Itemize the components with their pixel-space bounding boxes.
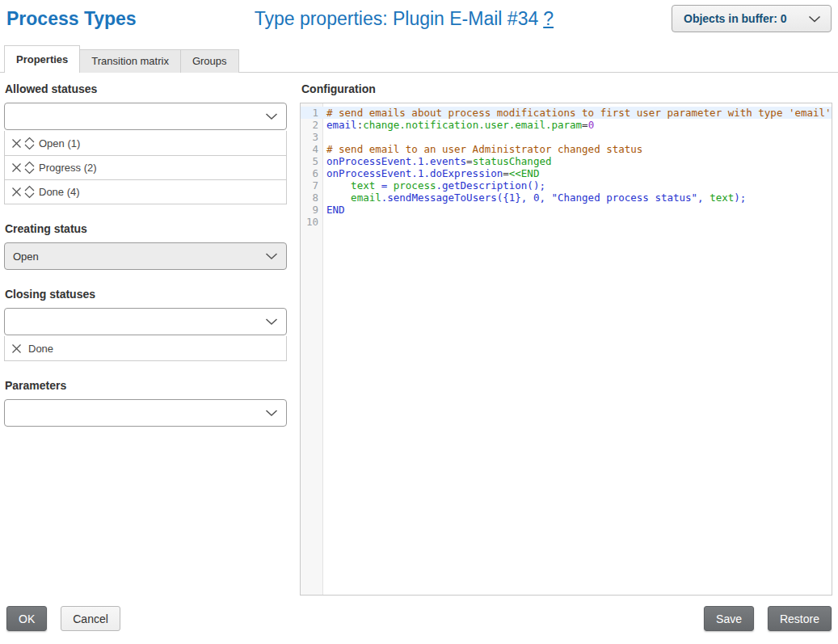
- code-line-text: [323, 131, 832, 143]
- closing-statuses-list: Done: [4, 336, 287, 361]
- remove-icon[interactable]: [11, 187, 22, 197]
- allowed-statuses-label: Allowed statuses: [5, 82, 287, 95]
- help-link[interactable]: ?: [543, 8, 554, 29]
- line-number: 9: [301, 204, 323, 216]
- code-lines: 1# send emails about process modificatio…: [301, 103, 832, 228]
- footer: OK Cancel Save Restore: [0, 596, 838, 631]
- chevron-down-icon: [265, 253, 278, 260]
- page-title: Process Types: [6, 5, 137, 30]
- objects-in-buffer-dropdown[interactable]: Objects in buffer: 0: [672, 5, 832, 32]
- code-line-text: text = process.getDescription();: [323, 179, 832, 192]
- line-number: 8: [301, 192, 323, 204]
- right-panel: Configuration 1# send emails about proce…: [300, 82, 832, 596]
- status-list-item[interactable]: Progress (2): [5, 155, 286, 179]
- dialog-title-text: Type properties: Plugin E-Mail #34: [255, 8, 539, 29]
- code-line-text: onProcessEvent.1.events=statusChanged: [323, 155, 832, 167]
- code-line-text: END: [323, 204, 832, 216]
- code-line: 4# send email to an user Administrator c…: [301, 143, 832, 155]
- code-line-text: onProcessEvent.1.doExpression=<<END: [323, 167, 832, 179]
- save-button[interactable]: Save: [704, 606, 754, 631]
- status-item-label: Done (4): [39, 186, 80, 198]
- line-number: 6: [301, 167, 323, 179]
- creating-status-label: Creating status: [5, 222, 287, 235]
- restore-button[interactable]: Restore: [768, 606, 832, 631]
- remove-icon[interactable]: [11, 343, 22, 354]
- creating-status-section: Creating status Open: [4, 222, 287, 270]
- closing-statuses-label: Closing statuses: [5, 288, 287, 301]
- parameters-label: Parameters: [5, 379, 287, 392]
- footer-right-buttons: Save Restore: [704, 606, 832, 631]
- configuration-code-editor[interactable]: 1# send emails about process modificatio…: [300, 103, 832, 596]
- chevron-down-icon: [265, 410, 278, 417]
- code-line-text: email.sendMessageToUsers({1}, 0, "Change…: [323, 192, 832, 204]
- parameters-select[interactable]: [4, 399, 287, 427]
- code-line: 3: [301, 131, 832, 143]
- parameters-section: Parameters: [4, 379, 287, 427]
- tab-groups[interactable]: Groups: [181, 49, 239, 73]
- objects-in-buffer-label: Objects in buffer: 0: [684, 12, 787, 25]
- header: Process Types Type properties: Plugin E-…: [0, 0, 838, 42]
- code-line: 1# send emails about process modificatio…: [301, 107, 832, 119]
- line-number: 3: [301, 131, 323, 143]
- remove-icon[interactable]: [11, 138, 22, 149]
- code-line: 7 text = process.getDescription();: [301, 179, 832, 192]
- status-list-item[interactable]: Done: [5, 336, 286, 360]
- tab-transition-matrix[interactable]: Transition matrix: [80, 49, 181, 73]
- line-number: 5: [301, 155, 323, 167]
- line-number: 10: [301, 216, 323, 228]
- chevron-down-icon: [808, 15, 821, 23]
- line-number: 7: [301, 179, 323, 192]
- footer-left-buttons: OK Cancel: [6, 606, 120, 631]
- sort-handle-icon[interactable]: [23, 161, 36, 175]
- allowed-statuses-select[interactable]: [4, 103, 287, 130]
- sort-handle-icon[interactable]: [23, 137, 36, 150]
- chevron-down-icon: [265, 113, 278, 120]
- ok-button[interactable]: OK: [6, 606, 47, 631]
- closing-statuses-select[interactable]: [4, 308, 287, 335]
- code-line: 2email:change.notification.user.email.pa…: [301, 119, 832, 131]
- creating-status-select[interactable]: Open: [4, 242, 287, 270]
- allowed-statuses-section: Allowed statuses Open (1)Progress (2)Don…: [4, 82, 287, 204]
- cancel-button[interactable]: Cancel: [61, 606, 120, 631]
- code-line: 5onProcessEvent.1.events=statusChanged: [301, 155, 832, 167]
- status-list-item[interactable]: Done (4): [5, 179, 286, 204]
- code-line: 8 email.sendMessageToUsers({1}, 0, "Chan…: [301, 192, 832, 204]
- closing-statuses-section: Closing statuses Done: [4, 288, 287, 361]
- code-line: 9END: [301, 204, 832, 216]
- tab-properties[interactable]: Properties: [4, 45, 80, 73]
- code-line: 10: [301, 216, 832, 228]
- allowed-statuses-list: Open (1)Progress (2)Done (4): [4, 131, 287, 204]
- code-line-text: # send emails about process modification…: [323, 107, 832, 119]
- line-number: 1: [301, 107, 323, 119]
- main-content: Allowed statuses Open (1)Progress (2)Don…: [0, 82, 838, 596]
- line-number: 4: [301, 143, 323, 155]
- creating-status-select-value: Open: [13, 250, 39, 263]
- configuration-label: Configuration: [301, 82, 832, 95]
- code-line-text: [323, 216, 832, 228]
- status-item-label: Open (1): [39, 137, 80, 149]
- status-list-item[interactable]: Open (1): [5, 131, 286, 155]
- chevron-down-icon: [265, 318, 278, 326]
- code-line-text: email:change.notification.user.email.par…: [323, 119, 832, 131]
- status-item-label: Done: [28, 343, 53, 355]
- sort-handle-icon[interactable]: [23, 185, 36, 199]
- left-panel: Allowed statuses Open (1)Progress (2)Don…: [4, 82, 287, 596]
- code-line: 6onProcessEvent.1.doExpression=<<END: [301, 167, 832, 179]
- line-number: 2: [301, 119, 323, 131]
- tab-bar: Properties Transition matrix Groups: [4, 45, 838, 73]
- code-line-text: # send email to an user Administrator ch…: [323, 143, 832, 155]
- status-item-label: Progress (2): [39, 162, 97, 174]
- dialog-title: Type properties: Plugin E-Mail #34?: [137, 5, 672, 30]
- remove-icon[interactable]: [11, 162, 22, 173]
